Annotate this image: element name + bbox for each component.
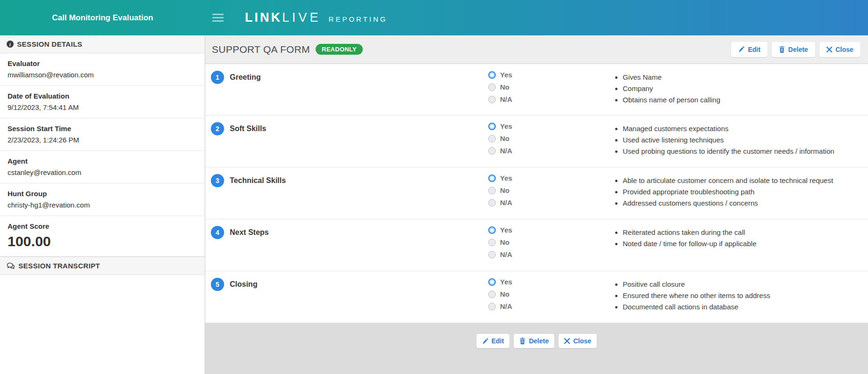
page-title: SUPPORT QA FORM (212, 44, 310, 55)
session-transcript-header[interactable]: SESSION TRANSCRIPT (0, 257, 205, 275)
session-field-label: Session Start Time (8, 125, 197, 133)
hamburger-menu-icon[interactable] (212, 14, 224, 22)
radio-group: YesNoN/A (488, 278, 609, 323)
radio-option-yes[interactable]: Yes (488, 122, 609, 130)
radio-option-yes[interactable]: Yes (488, 278, 609, 286)
radio-circle[interactable] (488, 147, 496, 155)
readonly-badge: READONLY (316, 44, 363, 55)
criteria-item: Addressed customers questions / concerns (623, 198, 868, 209)
trash-icon (779, 46, 785, 53)
question-row: 1 Greeting YesNoN/A Gives NameCompanyObt… (205, 64, 868, 116)
close-button-bottom[interactable]: Close (559, 334, 597, 348)
logo-text-secondary: LIVE (282, 10, 321, 25)
criteria-item: Documented call actions in database (623, 301, 868, 313)
edit-button[interactable]: Edit (731, 42, 767, 57)
edit-button-label: Edit (492, 337, 504, 345)
session-field-label: Hunt Group (8, 190, 197, 198)
close-button[interactable]: Close (819, 42, 860, 57)
delete-button-bottom[interactable]: Delete (514, 334, 554, 348)
radio-group: YesNoN/A (488, 174, 609, 219)
radio-circle[interactable] (488, 199, 496, 207)
criteria-list: Gives NameCompanyObtains name of person … (609, 72, 868, 115)
delete-button[interactable]: Delete (772, 42, 815, 57)
radio-circle[interactable] (488, 123, 496, 130)
radio-option-na[interactable]: N/A (488, 250, 609, 258)
radio-option-label: N/A (500, 95, 512, 103)
criteria-item: Gives Name (623, 72, 868, 83)
criteria-list: Able to articulate customer concern and … (609, 175, 868, 219)
question-row: 4 Next Steps YesNoN/A Reiterated actions… (205, 219, 868, 271)
session-field: Hunt Group christy-hg1@revation.com (0, 183, 205, 216)
radio-circle[interactable] (488, 226, 496, 234)
radio-option-yes[interactable]: Yes (488, 174, 609, 182)
session-field-value: 2/23/2023, 1:24:26 PM (8, 136, 197, 144)
session-field-label: Agent (8, 157, 197, 165)
radio-option-label: No (500, 134, 509, 142)
question-label: Soft Skills (230, 122, 266, 135)
question-number-badge: 1 (211, 71, 224, 84)
question-row: 3 Technical Skills YesNoN/A Able to arti… (205, 167, 868, 219)
session-field-value: cstanley@revation.com (8, 168, 197, 176)
content-area: i SESSION DETAILS Evaluator mwilliamson@… (0, 35, 868, 374)
edit-button-bottom[interactable]: Edit (476, 334, 509, 348)
radio-option-no[interactable]: No (488, 238, 609, 246)
radio-circle[interactable] (488, 71, 496, 79)
session-field: Date of Evaluation 9/12/2023, 7:54:41 AM (0, 86, 205, 118)
radio-circle[interactable] (488, 303, 496, 310)
radio-option-no[interactable]: No (488, 290, 609, 298)
radio-circle[interactable] (488, 278, 496, 286)
question-head: 1 Greeting (205, 71, 488, 115)
radio-option-label: N/A (500, 199, 512, 207)
radio-circle[interactable] (488, 96, 496, 103)
radio-circle[interactable] (488, 239, 496, 246)
session-field-label: Date of Evaluation (8, 92, 197, 100)
question-number-badge: 2 (211, 122, 224, 135)
session-field-value: 9/12/2023, 7:54:41 AM (8, 103, 197, 111)
radio-circle[interactable] (488, 83, 496, 91)
radio-circle[interactable] (488, 175, 496, 182)
app-window: Call Monitoring Evaluation LINK LIVE REP… (0, 0, 868, 374)
logo-text-primary: LINK (245, 10, 282, 25)
linklive-logo: LINK LIVE REPORTING (245, 10, 387, 25)
question-label: Next Steps (230, 226, 269, 239)
criteria-item: Company (623, 83, 868, 94)
qa-form: 1 Greeting YesNoN/A Gives NameCompanyObt… (205, 64, 868, 323)
radio-option-no[interactable]: No (488, 134, 609, 142)
radio-option-na[interactable]: N/A (488, 199, 609, 207)
radio-option-na[interactable]: N/A (488, 302, 609, 310)
question-head: 5 Closing (205, 278, 488, 323)
radio-circle[interactable] (488, 187, 496, 194)
radio-option-na[interactable]: N/A (488, 95, 609, 103)
question-label: Closing (230, 278, 258, 291)
info-icon: i (7, 41, 14, 48)
radio-option-yes[interactable]: Yes (488, 226, 609, 234)
session-transcript-title: SESSION TRANSCRIPT (18, 262, 100, 270)
radio-option-label: Yes (500, 122, 512, 130)
agent-score-block: Agent Score 100.00 (0, 216, 205, 257)
delete-button-label: Delete (788, 46, 808, 53)
radio-circle[interactable] (488, 291, 496, 298)
session-details-header[interactable]: i SESSION DETAILS (0, 35, 205, 53)
app-title: Call Monitoring Evaluation (52, 13, 153, 22)
radio-option-na[interactable]: N/A (488, 147, 609, 155)
trash-icon (519, 338, 526, 344)
session-field: Session Start Time 2/23/2023, 1:24:26 PM (0, 118, 205, 151)
session-details-title: SESSION DETAILS (17, 40, 82, 48)
radio-option-label: Yes (500, 278, 512, 286)
question-label: Greeting (230, 71, 261, 84)
radio-option-label: Yes (500, 71, 512, 79)
question-number-badge: 3 (211, 174, 224, 187)
x-icon (826, 47, 832, 52)
radio-option-no[interactable]: No (488, 186, 609, 194)
radio-option-yes[interactable]: Yes (488, 71, 609, 79)
question-label: Technical Skills (230, 174, 286, 187)
close-button-label: Close (835, 46, 853, 53)
radio-circle[interactable] (488, 135, 496, 142)
radio-circle[interactable] (488, 251, 496, 258)
radio-option-label: N/A (500, 147, 512, 155)
criteria-item: Positive call closure (623, 279, 868, 290)
question-number-badge: 4 (211, 226, 224, 239)
radio-option-label: No (500, 238, 509, 246)
radio-option-no[interactable]: No (488, 83, 609, 91)
radio-group: YesNoN/A (488, 122, 609, 167)
